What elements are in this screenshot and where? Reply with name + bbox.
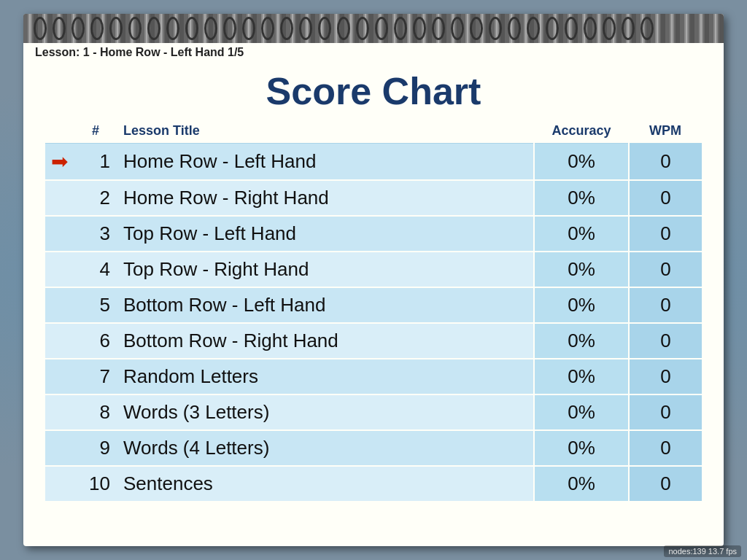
row-wpm: 0 (629, 216, 702, 252)
table-row[interactable]: ➡1Home Row - Left Hand0%0 (45, 144, 702, 181)
notebook-container: Lesson: 1 - Home Row - Left Hand 1/5 Sco… (23, 14, 724, 546)
row-accuracy: 0% (534, 323, 629, 359)
row-lesson-title: Words (3 Letters) (117, 394, 534, 430)
row-arrow-cell (45, 323, 74, 359)
table-row[interactable]: 3Top Row - Left Hand0%0 (45, 216, 702, 252)
header-num: # (74, 119, 117, 144)
score-chart-title: Score Chart (45, 69, 702, 113)
row-arrow-cell (45, 359, 74, 394)
row-lesson-title: Home Row - Right Hand (117, 180, 534, 216)
row-arrow-cell: ➡ (45, 144, 74, 181)
row-num: 1 (74, 144, 117, 181)
row-wpm: 0 (629, 144, 702, 181)
row-wpm: 0 (629, 430, 702, 466)
row-arrow-cell (45, 394, 74, 430)
row-wpm: 0 (629, 252, 702, 287)
table-row[interactable]: 7Random Letters0%0 (45, 359, 702, 394)
row-num: 8 (74, 394, 117, 430)
row-num: 6 (74, 323, 117, 359)
row-wpm: 0 (629, 466, 702, 502)
row-lesson-title: Top Row - Left Hand (117, 216, 534, 252)
header-accuracy: Accuracy (534, 119, 629, 144)
row-num: 5 (74, 287, 117, 323)
row-accuracy: 0% (534, 359, 629, 394)
header-title: Lesson Title (117, 119, 534, 144)
row-accuracy: 0% (534, 466, 629, 502)
row-accuracy: 0% (534, 430, 629, 466)
row-num: 7 (74, 359, 117, 394)
row-accuracy: 0% (534, 180, 629, 216)
row-accuracy: 0% (534, 216, 629, 252)
row-arrow-cell (45, 287, 74, 323)
row-num: 10 (74, 466, 117, 502)
row-lesson-title: Words (4 Letters) (117, 430, 534, 466)
row-lesson-title: Sentences (117, 466, 534, 502)
row-wpm: 0 (629, 287, 702, 323)
row-accuracy: 0% (534, 144, 629, 181)
row-arrow-cell (45, 466, 74, 502)
table-row[interactable]: 10Sentences0%0 (45, 466, 702, 502)
row-lesson-title: Top Row - Right Hand (117, 252, 534, 287)
notebook-content: Score Chart # Lesson Title Accuracy WPM … (23, 62, 724, 546)
row-accuracy: 0% (534, 394, 629, 430)
table-row[interactable]: 8Words (3 Letters)0%0 (45, 394, 702, 430)
status-bar: nodes:139 13.7 fps (664, 545, 741, 557)
row-num: 4 (74, 252, 117, 287)
row-arrow-cell (45, 430, 74, 466)
table-row[interactable]: 4Top Row - Right Hand0%0 (45, 252, 702, 287)
row-lesson-title: Random Letters (117, 359, 534, 394)
row-accuracy: 0% (534, 252, 629, 287)
row-lesson-title: Bottom Row - Left Hand (117, 287, 534, 323)
row-num: 2 (74, 180, 117, 216)
table-header-row: # Lesson Title Accuracy WPM (45, 119, 702, 144)
lesson-title: Lesson: 1 - Home Row - Left Hand 1/5 (35, 46, 244, 58)
lesson-title-bar: Lesson: 1 - Home Row - Left Hand 1/5 (23, 43, 724, 62)
row-arrow-cell (45, 180, 74, 216)
row-accuracy: 0% (534, 287, 629, 323)
status-text: nodes:139 13.7 fps (668, 547, 737, 556)
row-wpm: 0 (629, 180, 702, 216)
table-row[interactable]: 9Words (4 Letters)0%0 (45, 430, 702, 466)
row-lesson-title: Home Row - Left Hand (117, 144, 534, 181)
row-num: 9 (74, 430, 117, 466)
row-arrow-cell (45, 252, 74, 287)
table-row[interactable]: 5Bottom Row - Left Hand0%0 (45, 287, 702, 323)
header-arrow (45, 119, 74, 144)
spiral-binding (23, 14, 724, 43)
score-table: # Lesson Title Accuracy WPM ➡1Home Row -… (45, 119, 702, 502)
row-arrow-cell (45, 216, 74, 252)
row-wpm: 0 (629, 394, 702, 430)
row-num: 3 (74, 216, 117, 252)
header-wpm: WPM (629, 119, 702, 144)
row-wpm: 0 (629, 359, 702, 394)
table-row[interactable]: 6Bottom Row - Right Hand0%0 (45, 323, 702, 359)
current-row-arrow: ➡ (51, 149, 68, 174)
row-lesson-title: Bottom Row - Right Hand (117, 323, 534, 359)
table-row[interactable]: 2Home Row - Right Hand0%0 (45, 180, 702, 216)
row-wpm: 0 (629, 323, 702, 359)
